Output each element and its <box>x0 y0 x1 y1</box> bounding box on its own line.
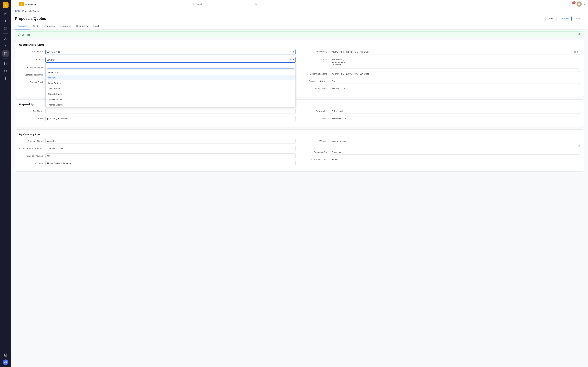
dropdown-item-jamie-dimon[interactable]: Jamie Dimon <box>46 70 295 75</box>
save-button[interactable]: Save <box>573 16 584 21</box>
full-name-input[interactable] <box>45 109 296 114</box>
street-input[interactable] <box>46 146 296 151</box>
page-title: Proposals/Quotes <box>15 17 46 21</box>
opportunity-name-wrap <box>330 71 580 76</box>
contact-phone-input[interactable] <box>330 86 580 91</box>
main-content: ☰ s sugarcrm 7 ▼ <box>11 0 588 367</box>
customer-select-value: AG Parr PLC <box>47 51 286 53</box>
svg-rect-7 <box>6 29 7 30</box>
phone-label: Phone <box>303 116 330 120</box>
contact-arrow-icon[interactable]: ▼ <box>292 59 294 61</box>
dropdown-item-kenneth-payne[interactable]: Kenneth Payne <box>46 91 295 97</box>
contact-email-label: Contact Email <box>19 80 45 83</box>
designation-wrap <box>330 109 580 114</box>
zip-row: ZIP or Postal Code <box>303 157 580 162</box>
website-textarea[interactable]: www.acme.com <box>330 139 580 147</box>
city-input[interactable] <box>330 150 580 155</box>
back-button[interactable]: Back <box>545 16 556 21</box>
search-bar[interactable] <box>193 2 259 6</box>
contact-select-wrap: Jim Parr ✕ ▼ Jam <box>45 57 296 63</box>
contact-label: Contact <box>19 57 45 61</box>
contact-last-name-input[interactable] <box>330 79 580 84</box>
contact-phone-label: Contact Phone <box>303 86 330 90</box>
opportunity-select[interactable]: AG Parr PLC - $7096 - New - 286 Units ✕ … <box>330 49 580 55</box>
tab-signatures[interactable]: Signatures <box>57 23 73 30</box>
company-info-left: Company Name Company Street Address Stat… <box>19 139 296 168</box>
address-textarea[interactable]: 543 Bush St, Mountain View, CA 94043 <box>330 57 580 68</box>
email-input[interactable] <box>45 116 296 121</box>
country-input[interactable] <box>45 161 296 166</box>
svg-point-8 <box>5 37 6 39</box>
tab-approvals[interactable]: Approvals <box>42 23 57 30</box>
user-menu[interactable] <box>577 1 582 7</box>
customer-clear-icon[interactable]: ✕ <box>290 51 292 53</box>
sidebar-item-cpq[interactable] <box>2 50 9 57</box>
customer-row: Customer AG Parr PLC ✕ ▼ <box>19 49 296 55</box>
customer-info-left: Customer AG Parr PLC ✕ ▼ <box>19 49 296 93</box>
website-label: Website <box>303 139 330 142</box>
contact-select-value: Jim Parr <box>47 59 286 61</box>
customer-arrow-icon[interactable]: ▼ <box>292 51 294 53</box>
contact-clear-icon[interactable]: ✕ <box>290 58 292 61</box>
prepared-by-right: Designation Phone <box>303 109 580 123</box>
designation-input[interactable] <box>330 109 580 114</box>
tab-customer[interactable]: Customer <box>15 23 30 30</box>
alert-close-icon[interactable] <box>578 33 581 36</box>
hamburger-icon[interactable]: ☰ <box>14 2 17 6</box>
opportunity-name-input[interactable] <box>330 71 580 76</box>
svg-text:s: s <box>5 4 6 7</box>
contact-select-actions: ✕ ▼ <box>290 58 294 61</box>
app-logo: s sugarcrm <box>19 2 36 6</box>
customer-select[interactable]: AG Parr PLC ✕ ▼ <box>45 49 296 55</box>
contact-select[interactable]: Jim Parr ✕ ▼ <box>45 57 296 63</box>
page-header-top: Proposals/Quotes Back Validate Save <box>15 16 584 21</box>
breadcrumb-root[interactable]: CPQ <box>15 10 20 12</box>
zip-input[interactable] <box>330 157 580 162</box>
sidebar-item-integrations[interactable] <box>2 68 9 74</box>
state-label: State or Province <box>19 153 45 157</box>
sidebar-divider-2 <box>3 58 8 59</box>
tab-quote[interactable]: Quote <box>30 23 42 30</box>
validate-button[interactable]: Validate <box>558 16 571 21</box>
user-avatar[interactable]: JB <box>3 359 8 365</box>
phone-input[interactable] <box>330 116 580 121</box>
zip-label: ZIP or Postal Code <box>303 157 330 161</box>
sidebar-item-settings[interactable] <box>2 352 9 359</box>
sidebar-item-activities[interactable] <box>2 43 9 49</box>
opportunity-arrow-icon[interactable]: ▼ <box>577 51 579 53</box>
dropdown-item-jamal-partner[interactable]: Jamal Partner <box>46 80 295 86</box>
company-name-wrap <box>45 139 296 144</box>
contact-first-name-label: Contact First Name <box>19 72 45 76</box>
dropdown-item-jim-parr[interactable]: Jim Parr <box>46 75 295 80</box>
opportunity-clear-icon[interactable]: ✕ <box>574 51 576 53</box>
notification-bell[interactable]: 7 <box>571 2 575 6</box>
email-label: Email <box>19 116 45 120</box>
opportunity-name-row: Opportunity Name <box>303 71 580 76</box>
svg-text:s: s <box>21 3 22 6</box>
search-input[interactable] <box>193 2 259 6</box>
prepared-by-grid: Full Name Email Designation <box>19 109 580 123</box>
sidebar-item-modules[interactable] <box>2 25 9 32</box>
sidebar-item-reports[interactable] <box>2 60 9 67</box>
contact-search-input[interactable] <box>47 64 294 68</box>
sidebar-item-create[interactable] <box>2 18 9 24</box>
dropdown-item-charles-johnston[interactable]: Charles Johnston <box>46 97 295 102</box>
svg-rect-10 <box>4 71 5 71</box>
contact-dropdown: Jamie Dimon Jim Parr Jamal Partner David… <box>45 63 296 108</box>
tab-email[interactable]: Email <box>90 23 101 30</box>
search-icon <box>255 3 257 5</box>
dropdown-item-thomas-weaver[interactable]: Thomas Weaver <box>46 102 295 108</box>
state-input[interactable] <box>45 153 296 158</box>
sidebar-item-contacts[interactable] <box>2 35 9 42</box>
breadcrumb: CPQ › Proposals/Quotes <box>11 8 588 14</box>
sidebar-item-home[interactable] <box>2 10 9 17</box>
user-menu-chevron[interactable]: ▼ <box>583 3 585 5</box>
tab-documents[interactable]: Documents <box>73 23 90 30</box>
company-name-input[interactable] <box>45 139 296 144</box>
page-content: CPQ › Proposals/Quotes Proposals/Quotes … <box>11 8 588 367</box>
sidebar-item-more[interactable] <box>2 75 9 82</box>
topbar: ☰ s sugarcrm 7 ▼ <box>11 0 588 8</box>
customer-name-label: Customer Name <box>19 65 45 69</box>
dropdown-item-david-ramos[interactable]: David Ramos <box>46 86 295 91</box>
zip-wrap <box>330 157 580 162</box>
